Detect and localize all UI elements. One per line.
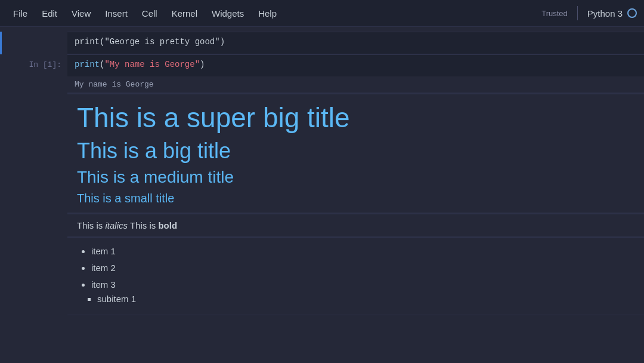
cell-gutter-2: In [1]:: [2, 54, 67, 93]
notebook: print("George is pretty good") In [1]: p…: [0, 27, 644, 363]
menu-insert[interactable]: Insert: [99, 5, 134, 22]
menu-view[interactable]: View: [66, 5, 97, 22]
cell-gutter-1: [2, 32, 67, 54]
heading-h1: This is a super big title: [77, 101, 634, 134]
sublist: subitem 1: [91, 292, 634, 306]
cell-content-5: item 1 item 2 item 3 subitem 1: [67, 237, 644, 315]
heading-h4: This is a small title: [77, 191, 634, 205]
output-text-2: My name is George: [75, 80, 154, 89]
code-output-2: My name is George: [67, 76, 644, 93]
string-val: "My name is George": [104, 60, 200, 69]
cell-content-4: This is italics This is bold: [67, 213, 644, 237]
list-item-3: item 3 subitem 1: [91, 278, 634, 306]
cell-content-3: This is a super big title This is a big …: [67, 93, 644, 213]
code-input-2[interactable]: print("My name is George"): [67, 55, 644, 76]
code-input-1[interactable]: print("George is pretty good"): [67, 32, 644, 54]
menu-kernel[interactable]: Kernel: [166, 5, 203, 22]
text-middle: This is: [128, 220, 158, 230]
menu-cell[interactable]: Cell: [136, 5, 163, 22]
cell-1[interactable]: print("George is pretty good"): [0, 32, 644, 54]
list-item-2: item 2: [91, 261, 634, 275]
paren-close: ): [200, 60, 205, 69]
sublist-item-1: subitem 1: [97, 292, 634, 306]
cell-content-1: print("George is pretty good"): [67, 32, 644, 54]
cell-content-2: print("My name is George") My name is Ge…: [67, 54, 644, 93]
menubar: File Edit View Insert Cell Kernel Widget…: [0, 0, 644, 27]
cell-3[interactable]: This is a super big title This is a big …: [0, 93, 644, 213]
separator: [577, 6, 578, 20]
cell-gutter-3: [2, 93, 67, 213]
keyword-print: print: [75, 60, 100, 69]
kernel-status-icon: [627, 8, 637, 18]
menu-file[interactable]: File: [7, 5, 33, 22]
menu-widgets[interactable]: Widgets: [206, 5, 250, 22]
cell-4[interactable]: This is italics This is bold: [0, 213, 644, 237]
text-prefix: This is: [77, 220, 106, 230]
menu-edit[interactable]: Edit: [36, 5, 63, 22]
heading-h2: This is a big title: [77, 138, 634, 164]
markdown-cell-3: This is a super big title This is a big …: [67, 94, 644, 213]
list-cell-5: item 1 item 2 item 3 subitem 1: [67, 238, 644, 315]
cell-label-2: In [1]:: [29, 60, 61, 69]
kernel-indicator: Python 3: [587, 8, 637, 19]
menu-left: File Edit View Insert Cell Kernel Widget…: [7, 5, 283, 22]
menu-right: Trusted Python 3: [541, 6, 637, 20]
code-text-1: print("George is pretty good"): [75, 37, 225, 47]
menu-help[interactable]: Help: [252, 5, 283, 22]
text-cell-4: This is italics This is bold: [67, 214, 644, 236]
cell-gutter-4: [2, 213, 67, 237]
list-item-1: item 1: [91, 244, 634, 259]
heading-h3: This is a medium title: [77, 167, 634, 187]
kernel-name: Python 3: [587, 8, 623, 19]
text-bold: bold: [158, 220, 177, 230]
list: item 1 item 2 item 3 subitem 1: [85, 244, 634, 306]
trusted-label: Trusted: [541, 9, 568, 18]
cell-5[interactable]: item 1 item 2 item 3 subitem 1: [0, 237, 644, 315]
cell-2[interactable]: In [1]: print("My name is George") My na…: [0, 54, 644, 93]
text-italic: italics: [106, 220, 128, 230]
cell-gutter-5: [2, 237, 67, 315]
